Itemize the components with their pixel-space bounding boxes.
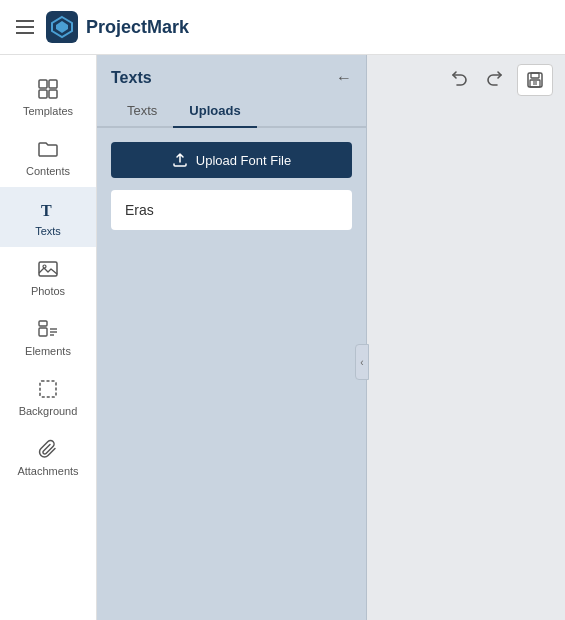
canvas-main: ‹ [367, 104, 565, 620]
redo-button[interactable] [481, 63, 509, 96]
sidebar-item-label-elements: Elements [25, 345, 71, 357]
elements-icon [36, 317, 60, 341]
sidebar-item-label-templates: Templates [23, 105, 73, 117]
text-icon: T [36, 197, 60, 221]
svg-text:T: T [41, 202, 52, 219]
logo-container: ProjectMark [46, 11, 189, 43]
tab-uploads[interactable]: Uploads [173, 95, 256, 128]
sidebar-item-texts[interactable]: T Texts [0, 187, 96, 247]
sidebar: Templates Contents T Texts [0, 55, 97, 620]
main-layout: Templates Contents T Texts [0, 55, 565, 620]
panel-close-icon[interactable]: ← [336, 69, 352, 87]
sidebar-item-photos[interactable]: Photos [0, 247, 96, 307]
sidebar-item-label-attachments: Attachments [17, 465, 78, 477]
upload-font-button[interactable]: Upload Font File [111, 142, 352, 178]
canvas-area: ‹ [367, 55, 565, 620]
sidebar-item-background[interactable]: Background [0, 367, 96, 427]
svg-rect-1 [39, 80, 47, 88]
redo-icon [485, 67, 505, 87]
sidebar-item-label-background: Background [19, 405, 78, 417]
save-button[interactable] [517, 64, 553, 96]
font-item-eras[interactable]: Eras [111, 190, 352, 230]
app-title: ProjectMark [86, 17, 189, 38]
upload-font-label: Upload Font File [196, 153, 291, 168]
texts-panel: Texts ← Texts Uploads Upload Font File E… [97, 55, 367, 620]
grid-icon [36, 77, 60, 101]
svg-rect-6 [39, 262, 57, 276]
sidebar-item-label-photos: Photos [31, 285, 65, 297]
svg-rect-4 [49, 90, 57, 98]
paperclip-icon [36, 437, 60, 461]
sidebar-item-label-contents: Contents [26, 165, 70, 177]
collapse-handle[interactable]: ‹ [355, 344, 369, 380]
folder-icon [36, 137, 60, 161]
svg-rect-13 [40, 381, 56, 397]
undo-button[interactable] [445, 63, 473, 96]
upload-icon [172, 152, 188, 168]
svg-rect-2 [49, 80, 57, 88]
svg-rect-3 [39, 90, 47, 98]
panel-header: Texts ← [97, 55, 366, 95]
sidebar-item-contents[interactable]: Contents [0, 127, 96, 187]
image-icon [36, 257, 60, 281]
header: ProjectMark [0, 0, 565, 55]
sidebar-item-attachments[interactable]: Attachments [0, 427, 96, 487]
undo-icon [449, 67, 469, 87]
save-icon [526, 71, 544, 89]
canvas-toolbar [367, 55, 565, 104]
background-icon [36, 377, 60, 401]
svg-rect-8 [39, 328, 47, 336]
panel-content: Upload Font File Eras [97, 128, 366, 620]
tabs-bar: Texts Uploads [97, 95, 366, 128]
sidebar-item-elements[interactable]: Elements [0, 307, 96, 367]
svg-point-7 [43, 265, 46, 268]
panel-title: Texts [111, 69, 152, 87]
sidebar-item-templates[interactable]: Templates [0, 67, 96, 127]
tab-texts[interactable]: Texts [111, 95, 173, 128]
hamburger-menu-icon[interactable] [16, 20, 34, 34]
logo-icon [46, 11, 78, 43]
sidebar-item-label-texts: Texts [35, 225, 61, 237]
svg-rect-12 [39, 321, 47, 326]
